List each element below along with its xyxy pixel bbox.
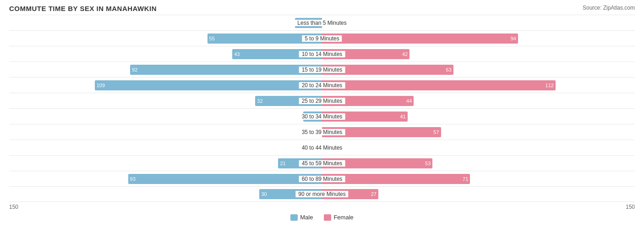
female-value-inside: 63 [446,67,452,73]
female-bar: 94 [322,33,518,44]
male-value-inside: 93 [130,176,136,182]
legend-male-label: Male [300,214,313,221]
male-section: 32 [9,93,322,108]
header-row: COMMUTE TIME BY SEX IN MANAHAWKIN Source… [9,5,635,15]
row-label: 60 to 89 Minutes [299,176,345,182]
male-section: 109 [9,78,322,93]
row-inner: 0 40 to 44 Minutes 0 [9,140,635,155]
axis-left-label: 150 [9,204,18,210]
female-section: 112 [322,78,635,93]
chart-row: 0 35 to 39 Minutes 57 [9,124,635,140]
female-section: 53 [322,156,635,171]
row-inner: 55 5 to 9 Minutes 94 [9,31,635,46]
chart-row: 92 15 to 19 Minutes 63 [9,61,635,77]
legend-male-swatch [290,214,298,221]
row-label: Less than 5 Minutes [295,20,349,26]
male-value-inside: 92 [132,67,137,73]
male-value-inside: 43 [234,51,240,57]
male-section: 93 [9,171,322,186]
row-label: 20 to 24 Minutes [299,82,345,89]
chart-row: 30 90 or more Minutes 27 [9,186,635,202]
row-inner: 13 Less than 5 Minutes 0 [9,15,635,30]
row-inner: 21 45 to 59 Minutes 53 [9,156,635,171]
source-label: Source: ZipAtlas.com [583,5,635,11]
chart-row: 0 40 to 44 Minutes 0 [9,140,635,155]
male-section: 9 [9,109,322,124]
female-section: 0 [322,15,635,30]
row-label: 45 to 59 Minutes [299,160,345,167]
legend-female-swatch [324,214,331,221]
row-label: 5 to 9 Minutes [302,35,342,42]
chart-row: 55 5 to 9 Minutes 94 [9,30,635,46]
row-inner: 30 90 or more Minutes 27 [9,187,635,201]
chart-body: 13 Less than 5 Minutes 0 55 [9,15,635,202]
female-value-inside: 42 [402,51,408,57]
male-bar: 92 [130,65,322,75]
row-label: 30 to 34 Minutes [299,113,345,120]
female-value-inside: 57 [433,129,439,135]
female-section: 71 [322,171,635,186]
male-section: 13 [9,15,322,30]
row-inner: 93 60 to 89 Minutes 71 [9,171,635,186]
chart-row: 13 Less than 5 Minutes 0 [9,15,635,30]
male-section: 92 [9,62,322,77]
chart-row: 93 60 to 89 Minutes 71 [9,171,635,186]
female-value-inside: 94 [511,36,516,41]
legend-male: Male [290,214,313,221]
row-inner: 43 10 to 14 Minutes 42 [9,46,635,61]
chart-row: 43 10 to 14 Minutes 42 [9,46,635,61]
row-label: 25 to 29 Minutes [299,98,345,104]
male-section: 43 [9,46,322,61]
female-section: 44 [322,93,635,108]
female-value-inside: 41 [400,114,405,119]
female-value-inside: 53 [425,161,431,166]
row-inner: 9 30 to 34 Minutes 41 [9,109,635,124]
female-section: 94 [322,31,635,46]
female-section: 41 [322,109,635,124]
chart-container: COMMUTE TIME BY SEX IN MANAHAWKIN Source… [9,5,635,221]
male-section: 21 [9,156,322,171]
male-section: 0 [9,124,322,140]
row-label: 10 to 14 Minutes [299,51,345,57]
male-section: 30 [9,187,322,201]
chart-title: COMMUTE TIME BY SEX IN MANAHAWKIN [9,5,157,12]
female-value-inside: 27 [371,191,377,197]
row-inner: 92 15 to 19 Minutes 63 [9,62,635,77]
female-section: 0 [322,140,635,155]
row-label: 40 to 44 Minutes [299,145,345,151]
female-section: 42 [322,46,635,61]
female-value-inside: 44 [406,98,412,104]
female-value-inside: 112 [546,83,554,88]
axis-right-label: 150 [626,204,635,210]
axis-labels-row: 150 150 [9,204,635,210]
female-section: 27 [322,187,635,201]
chart-row: 32 25 to 29 Minutes 44 [9,93,635,108]
male-value-inside: 32 [257,98,262,104]
female-value-inside: 71 [463,176,468,182]
legend-female: Female [324,214,353,221]
male-value-inside: 55 [209,36,215,41]
legend-female-label: Female [333,214,353,221]
female-section: 57 [322,124,635,140]
row-inner: 0 35 to 39 Minutes 57 [9,124,635,140]
row-label: 35 to 39 Minutes [299,129,345,135]
row-inner: 32 25 to 29 Minutes 44 [9,93,635,108]
chart-row: 21 45 to 59 Minutes 53 [9,155,635,171]
chart-row: 109 20 to 24 Minutes 112 [9,77,635,93]
row-inner: 109 20 to 24 Minutes 112 [9,78,635,93]
female-section: 63 [322,62,635,77]
row-label: 15 to 19 Minutes [299,67,345,73]
male-section: 0 [9,140,322,155]
male-bar: 93 [128,174,322,184]
male-section: 55 [9,31,322,46]
row-label: 90 or more Minutes [295,191,348,197]
female-bar: 112 [322,80,556,90]
chart-row: 9 30 to 34 Minutes 41 [9,108,635,124]
male-bar: 109 [95,80,322,90]
male-value-inside: 30 [261,191,267,197]
legend: Male Female [9,214,635,221]
male-value-inside: 109 [97,83,105,88]
male-value-inside: 21 [280,161,285,166]
